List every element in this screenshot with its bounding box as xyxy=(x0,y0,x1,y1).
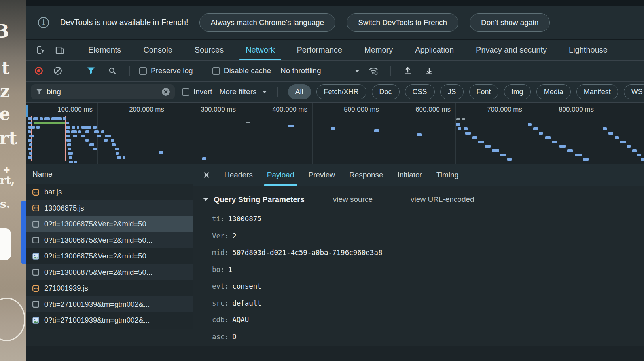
image-icon xyxy=(32,253,40,260)
waterfall-bar xyxy=(417,133,422,136)
page-text-fragment: e xyxy=(0,105,10,123)
filter-pill-fetch-xhr[interactable]: Fetch/XHR xyxy=(316,84,366,99)
filter-pill-media[interactable]: Media xyxy=(536,84,571,99)
waterfall-bar xyxy=(464,127,468,130)
filter-pill-ws[interactable]: WS xyxy=(624,84,644,99)
dont-show-again-button[interactable]: Don't show again xyxy=(470,13,550,32)
tab-memory[interactable]: Memory xyxy=(353,40,404,60)
inspect-element-icon[interactable] xyxy=(33,42,48,57)
param-value: AQAU xyxy=(232,316,249,324)
request-row[interactable]: 0?ti=13006875&Ver=2&mid=50... xyxy=(26,216,193,232)
tab-application[interactable]: Application xyxy=(404,40,465,60)
waterfall-bar xyxy=(331,127,335,130)
invert-checkbox[interactable] xyxy=(182,88,189,96)
preserve-log-label: Preserve log xyxy=(151,66,193,75)
waterfall-bar xyxy=(539,132,543,135)
param-row: evt:consent xyxy=(203,278,644,295)
export-har-icon[interactable] xyxy=(422,63,437,78)
detail-tab-timing[interactable]: Timing xyxy=(429,164,466,186)
network-overview[interactable]: 100,000 ms200,000 ms300,000 ms400,000 ms… xyxy=(26,103,644,164)
waterfall-bar xyxy=(28,122,32,124)
request-row[interactable]: 0?ti=13006875&Ver=2&mid=50... xyxy=(26,248,193,264)
param-value: 13006875 xyxy=(228,215,261,223)
waterfall-bar xyxy=(478,141,484,143)
more-filters-dropdown[interactable]: More filters xyxy=(220,87,267,96)
request-list: bat.js13006875.js0?ti=13006875&Ver=2&mid… xyxy=(26,184,193,329)
tab-elements[interactable]: Elements xyxy=(77,40,132,60)
infobar-message: DevTools is now available in French! xyxy=(60,18,188,27)
tab-performance[interactable]: Performance xyxy=(286,40,354,60)
filter-pill-doc[interactable]: Doc xyxy=(372,84,400,99)
waterfall-bar xyxy=(29,143,32,146)
waterfall-bar xyxy=(159,151,163,154)
request-row[interactable]: 0?ti=13006875&Ver=2&mid=50... xyxy=(26,232,193,249)
waterfall-bar xyxy=(458,127,461,130)
waterfall-bar xyxy=(111,139,114,142)
tab-network[interactable]: Network xyxy=(235,40,286,60)
clear-filter-icon[interactable] xyxy=(161,87,170,96)
tab-console[interactable]: Console xyxy=(132,40,183,60)
param-key: ti: xyxy=(212,215,225,223)
doc-icon xyxy=(32,236,40,244)
filter-search-box[interactable] xyxy=(31,84,175,99)
detail-tab-headers[interactable]: Headers xyxy=(217,164,260,186)
request-row[interactable]: 271001939.js xyxy=(26,280,193,296)
page-blue-element xyxy=(21,201,26,264)
detail-tab-payload[interactable]: Payload xyxy=(260,164,301,186)
waterfall-bar xyxy=(89,143,94,146)
throttling-dropdown[interactable]: No throttling xyxy=(280,66,360,75)
param-value: 507d803d-d021-4c59-a0ba-7196c960e3a8 xyxy=(232,249,382,256)
waterfall-bar xyxy=(97,135,101,137)
screen: B t z e rt + rt, s. DevTools is now avai… xyxy=(0,0,644,361)
overview-handle[interactable] xyxy=(26,104,28,117)
filter-pill-img[interactable]: Img xyxy=(504,84,531,99)
param-key: bo: xyxy=(212,266,225,274)
detail-tab-response[interactable]: Response xyxy=(342,164,390,186)
disclosure-triangle-icon[interactable] xyxy=(203,198,208,201)
filter-pill-font[interactable]: Font xyxy=(469,84,498,99)
filter-pill-manifest[interactable]: Manifest xyxy=(576,84,618,99)
record-network-log-icon[interactable] xyxy=(35,67,43,75)
param-value: 2 xyxy=(232,232,237,240)
param-value: default xyxy=(232,299,261,307)
view-source-link[interactable]: view source xyxy=(333,195,373,204)
filter-pill-css[interactable]: CSS xyxy=(405,84,435,99)
request-row[interactable]: 0?ti=13006875&Ver=2&mid=50... xyxy=(26,264,193,281)
match-language-button[interactable]: Always match Chrome's language xyxy=(199,13,336,32)
request-row[interactable]: 0?ti=271001939&tm=gtm002&... xyxy=(26,296,193,313)
close-icon[interactable] xyxy=(197,164,216,186)
waterfall-bar xyxy=(202,157,206,160)
detail-tab-bar: HeadersPayloadPreviewResponseInitiatorTi… xyxy=(193,164,644,186)
param-list: ti:13006875Ver:2mid:507d803d-d021-4c59-a… xyxy=(203,208,644,345)
detail-tab-initiator[interactable]: Initiator xyxy=(390,164,429,186)
request-row[interactable]: bat.js xyxy=(26,184,193,200)
clear-network-log-icon[interactable] xyxy=(54,67,62,75)
chevron-down-icon xyxy=(355,70,360,72)
section-title[interactable]: Query String Parameters xyxy=(214,195,305,204)
tab-privacy-and-security[interactable]: Privacy and security xyxy=(465,40,558,60)
filter-pill-js[interactable]: JS xyxy=(440,84,464,99)
detail-tab-preview[interactable]: Preview xyxy=(301,164,343,186)
filter-pill-all[interactable]: All xyxy=(288,84,311,99)
network-conditions-icon[interactable] xyxy=(366,63,381,78)
disable-cache-checkbox[interactable] xyxy=(212,67,220,75)
name-column-header[interactable]: Name xyxy=(26,164,193,184)
devtools-window: DevTools is now available in French! Alw… xyxy=(26,0,644,361)
waterfall-bar xyxy=(66,139,71,142)
waterfall-bar xyxy=(66,135,70,137)
switch-to-french-button[interactable]: Switch DevTools to French xyxy=(347,13,458,32)
import-har-icon[interactable] xyxy=(400,63,415,78)
tab-sources[interactable]: Sources xyxy=(184,40,235,60)
waterfall-bar xyxy=(33,117,38,120)
request-row[interactable]: 0?ti=271001939&tm=gtm002&... xyxy=(26,312,193,329)
param-row: ti:13006875 xyxy=(203,211,644,228)
preserve-log-checkbox[interactable] xyxy=(139,67,147,75)
view-url-encoded-link[interactable]: view URL-encoded xyxy=(411,195,474,204)
tab-lighthouse[interactable]: Lighthouse xyxy=(558,40,619,60)
device-toolbar-icon[interactable] xyxy=(52,42,67,57)
request-row[interactable]: 13006875.js xyxy=(26,200,193,217)
filter-text-input[interactable] xyxy=(47,87,146,96)
search-icon[interactable] xyxy=(105,63,120,78)
filter-icon[interactable] xyxy=(83,63,98,78)
script-icon xyxy=(32,285,40,292)
